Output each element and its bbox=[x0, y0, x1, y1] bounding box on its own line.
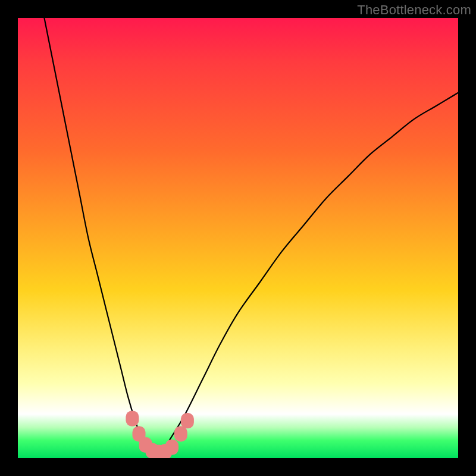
bottleneck-marker bbox=[174, 426, 187, 441]
bottleneck-marker bbox=[133, 426, 146, 441]
bottleneck-markers bbox=[126, 411, 194, 458]
bottleneck-marker bbox=[139, 437, 152, 453]
bottleneck-marker bbox=[126, 411, 139, 426]
bottleneck-marker bbox=[146, 443, 159, 458]
bottleneck-curve bbox=[44, 18, 458, 454]
bottleneck-marker bbox=[152, 444, 165, 458]
watermark-text: TheBottleneck.com bbox=[357, 2, 471, 18]
chart-frame: TheBottleneck.com bbox=[0, 0, 476, 476]
curve-layer bbox=[18, 18, 458, 458]
bottleneck-marker bbox=[159, 444, 172, 458]
plot-area bbox=[18, 18, 458, 458]
bottleneck-marker bbox=[165, 440, 178, 455]
bottleneck-marker bbox=[181, 413, 194, 428]
